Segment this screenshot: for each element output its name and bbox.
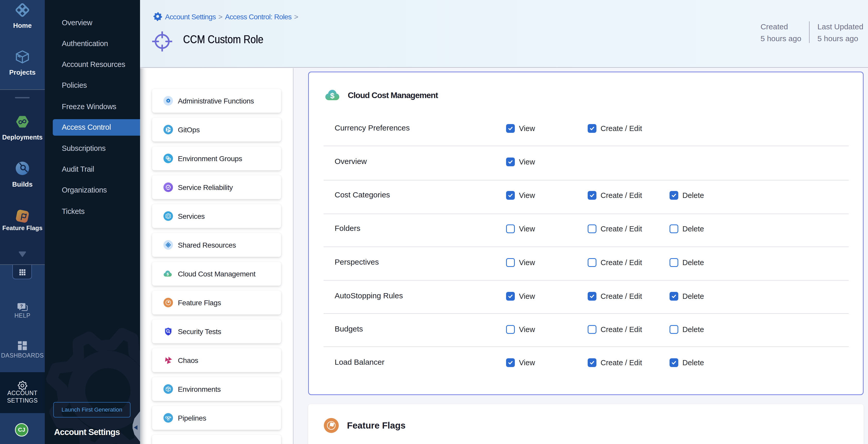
svg-text:$: $ [166,272,169,276]
svg-text:?: ? [20,304,23,309]
svg-text:$: $ [330,91,335,100]
